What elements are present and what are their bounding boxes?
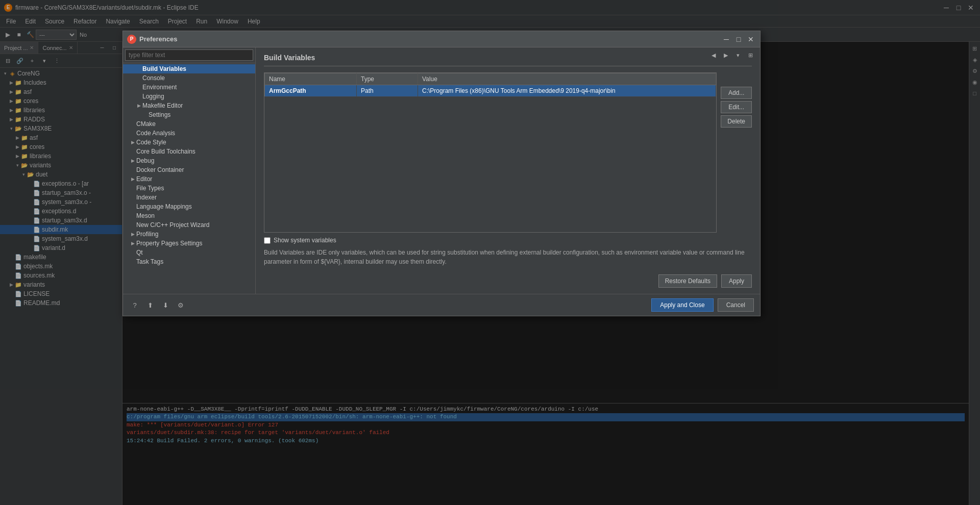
preferences-dialog: P Preferences ─ □ ✕ Build Variables — [122, 31, 761, 316]
footer-right: Apply and Close Cancel — [651, 298, 754, 312]
nav-back-icon[interactable]: ◀ — [708, 49, 719, 61]
pref-toggle-editor[interactable]: ▶ — [129, 176, 136, 182]
add-button[interactable]: Add... — [721, 87, 752, 99]
content-title: Build Variables — [264, 54, 752, 66]
pref-tree-makefile-editor[interactable]: ▶ Makefile Editor — [123, 101, 255, 110]
apply-button[interactable]: Apply — [721, 274, 752, 288]
dialog-close-button[interactable]: ✕ — [746, 34, 756, 44]
import-icon[interactable]: ⬇ — [160, 299, 171, 311]
table-buttons: Add... Edit... Delete — [721, 72, 752, 233]
pref-tree-editor[interactable]: ▶ Editor — [123, 174, 255, 184]
delete-button[interactable]: Delete — [721, 115, 752, 128]
nav-forward-icon[interactable]: ▶ — [720, 49, 731, 61]
content-footer: Restore Defaults Apply — [264, 274, 752, 288]
pref-toggle-debug[interactable]: ▶ — [129, 158, 136, 163]
description-text: Build Variables are IDE only variables, … — [264, 248, 752, 266]
filter-input[interactable] — [125, 49, 253, 61]
pref-tree-logging[interactable]: Logging — [123, 92, 255, 101]
pref-tree-task-tags[interactable]: Task Tags — [123, 257, 255, 266]
dialog-maximize-button[interactable]: □ — [733, 34, 744, 44]
dialog-overlay: P Preferences ─ □ ✕ Build Variables — [0, 0, 980, 505]
nav-expand-icon[interactable]: ⊞ — [745, 49, 756, 61]
pref-tree-indexer[interactable]: Indexer — [123, 193, 255, 202]
pref-tree-file-types[interactable]: File Types — [123, 184, 255, 193]
pref-toggle-property-pages[interactable]: ▶ — [129, 241, 136, 246]
pref-tree-console[interactable]: Console — [123, 73, 255, 83]
filter-area — [123, 47, 255, 63]
preferences-tree-list: Build Variables Console Environment — [123, 63, 255, 294]
pref-tree-property-pages[interactable]: ▶ Property Pages Settings — [123, 239, 255, 248]
pref-tree-meson[interactable]: Meson — [123, 211, 255, 220]
apply-and-close-button[interactable]: Apply and Close — [651, 298, 713, 312]
export-icon[interactable]: ⬆ — [144, 299, 156, 311]
variables-table: Name Type Value ArmGccPath Path C:\Progr… — [264, 73, 716, 97]
col-value: Value — [418, 73, 716, 85]
help-icon[interactable]: ? — [129, 299, 140, 311]
dialog-body: Build Variables Console Environment — [123, 47, 760, 294]
settings-icon[interactable]: ⚙ — [175, 299, 186, 311]
col-type: Type — [357, 73, 418, 85]
pref-toggle-profiling[interactable]: ▶ — [129, 232, 136, 237]
preferences-content: ◀ ▶ ▾ ⊞ Build Variables Name Type — [256, 47, 760, 294]
dialog-app-icon: P — [127, 35, 136, 44]
preferences-tree: Build Variables Console Environment — [123, 47, 256, 294]
pref-tree-code-style[interactable]: ▶ Code Style — [123, 138, 255, 147]
footer-left: ? ⬆ ⬇ ⚙ — [129, 299, 186, 311]
sys-var-row: Show system variables — [264, 237, 752, 244]
show-sys-var-label[interactable]: Show system variables — [274, 237, 336, 244]
pref-tree-environment[interactable]: Environment — [123, 83, 255, 92]
pref-tree-cmake[interactable]: CMake — [123, 119, 255, 129]
restore-defaults-button[interactable]: Restore Defaults — [658, 274, 717, 288]
pref-tree-debug[interactable]: ▶ Debug — [123, 156, 255, 165]
pref-toggle-code-style[interactable]: ▶ — [129, 140, 136, 145]
cell-value: C:\Program Files (x86)\GNU Tools Arm Emb… — [418, 85, 716, 97]
pref-tree-code-analysis[interactable]: Code Analysis — [123, 129, 255, 138]
dialog-minimize-button[interactable]: ─ — [721, 34, 731, 44]
dialog-title: Preferences — [139, 35, 719, 43]
dialog-footer: ? ⬆ ⬇ ⚙ Apply and Close Cancel — [123, 294, 760, 316]
pref-tree-settings[interactable]: Settings — [123, 110, 255, 119]
cancel-button[interactable]: Cancel — [718, 298, 754, 312]
pref-tree-qt[interactable]: Qt — [123, 248, 255, 257]
table-area: Name Type Value ArmGccPath Path C:\Progr… — [264, 72, 752, 233]
table-wrapper: Name Type Value ArmGccPath Path C:\Progr… — [264, 72, 717, 233]
col-name: Name — [265, 73, 357, 85]
pref-tree-new-project[interactable]: New C/C++ Project Wizard — [123, 220, 255, 230]
pref-tree-profiling[interactable]: ▶ Profiling — [123, 230, 255, 239]
cell-name: ArmGccPath — [265, 85, 357, 97]
pref-tree-lang-mappings[interactable]: Language Mappings — [123, 202, 255, 211]
dialog-title-bar: P Preferences ─ □ ✕ — [123, 31, 760, 47]
table-row[interactable]: ArmGccPath Path C:\Program Files (x86)\G… — [265, 85, 716, 97]
pref-tree-docker[interactable]: Docker Container — [123, 165, 255, 174]
edit-button[interactable]: Edit... — [721, 101, 752, 113]
pref-tree-core-build[interactable]: Core Build Toolchains — [123, 147, 255, 156]
pref-toggle-makefile[interactable]: ▶ — [135, 103, 142, 108]
show-sys-var-checkbox[interactable] — [264, 237, 271, 244]
nav-dropdown-icon[interactable]: ▾ — [732, 49, 744, 61]
cell-type: Path — [357, 85, 418, 97]
pref-tree-build-variables[interactable]: Build Variables — [123, 64, 255, 73]
